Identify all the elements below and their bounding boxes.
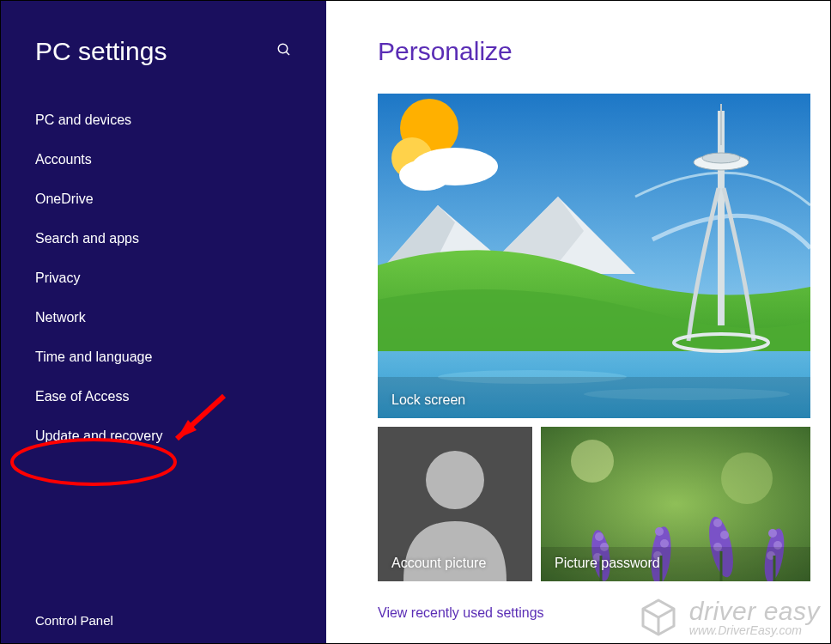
sidebar-item-accounts[interactable]: Accounts [1, 140, 326, 179]
watermark-url: www.DriverEasy.com [689, 624, 820, 637]
section-title: Personalize [378, 37, 811, 66]
account-picture-tile[interactable]: Account picture [378, 427, 532, 581]
picture-password-label: Picture password [555, 556, 660, 571]
view-recent-settings-link[interactable]: View recently used settings [378, 605, 544, 621]
sidebar: PC settings PC and devices Accounts OneD… [1, 1, 326, 643]
sidebar-item-ease-of-access[interactable]: Ease of Access [1, 377, 326, 416]
svg-point-34 [713, 519, 722, 527]
svg-point-22 [571, 440, 614, 483]
svg-point-37 [768, 529, 777, 538]
svg-point-9 [399, 160, 451, 191]
svg-line-1 [286, 52, 289, 55]
sidebar-item-onedrive[interactable]: OneDrive [1, 179, 326, 219]
sidebar-item-network[interactable]: Network [1, 298, 326, 337]
control-panel-link[interactable]: Control Panel [35, 613, 113, 628]
svg-point-35 [720, 531, 729, 539]
svg-point-28 [595, 532, 604, 541]
svg-point-23 [721, 453, 773, 504]
lock-screen-image [378, 94, 810, 418]
account-picture-label: Account picture [391, 556, 486, 571]
sidebar-item-privacy[interactable]: Privacy [1, 258, 326, 298]
lock-screen-label: Lock screen [391, 392, 465, 408]
sidebar-item-pc-and-devices[interactable]: PC and devices [1, 100, 326, 140]
picture-password-tile[interactable]: Picture password [541, 427, 810, 581]
personalize-tiles: Lock screen Account picture [378, 94, 811, 581]
page-title: PC settings [35, 37, 167, 66]
main-content: Personalize [326, 1, 830, 643]
svg-point-0 [278, 44, 288, 53]
sidebar-item-update-and-recovery[interactable]: Update and recovery [1, 416, 326, 456]
sidebar-nav: PC and devices Accounts OneDrive Search … [1, 100, 326, 456]
sidebar-item-search-and-apps[interactable]: Search and apps [1, 219, 326, 258]
svg-point-20 [426, 451, 484, 509]
svg-point-31 [655, 527, 664, 536]
lock-screen-tile[interactable]: Lock screen [378, 94, 810, 418]
watermark-brand: driver easy [689, 598, 820, 625]
watermark: driver easy www.DriverEasy.com [638, 597, 820, 638]
search-icon[interactable] [276, 42, 292, 61]
svg-point-32 [660, 539, 669, 548]
svg-point-16 [702, 153, 740, 163]
sidebar-header: PC settings [1, 1, 326, 83]
sidebar-item-time-and-language[interactable]: Time and language [1, 337, 326, 377]
watermark-cube-icon [638, 597, 679, 638]
